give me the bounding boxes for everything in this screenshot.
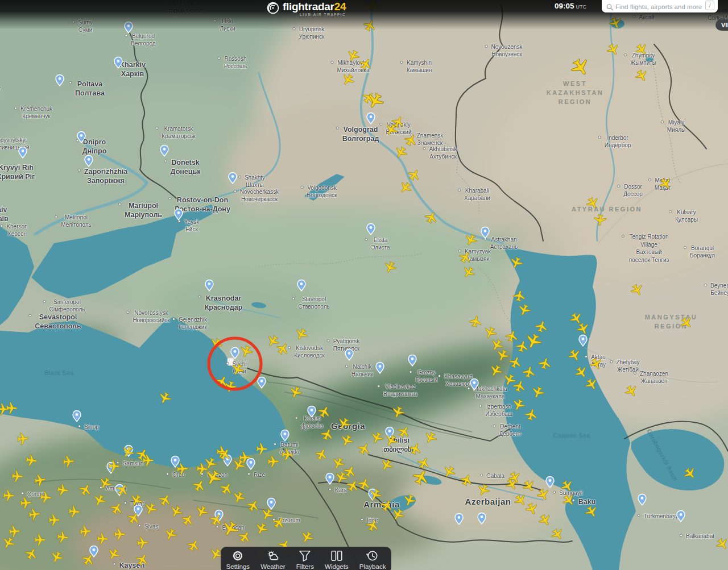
city-dot (617, 185, 620, 188)
map-label: BelgorodБелгород (131, 32, 155, 47)
city-dot (485, 45, 487, 48)
map-label: DniproДніпро (82, 138, 107, 156)
map-label: Rize (254, 471, 265, 479)
map-label: Türkmenbaşy (644, 513, 679, 520)
playback-clock-icon (366, 550, 379, 562)
map-label: NovocherkasskНовочеркасск (240, 188, 279, 203)
map-label: KharkivХарків (119, 60, 146, 79)
map-label: KislovodskКисловодск (294, 344, 325, 359)
map-label: VolzhskiyВолжский (386, 121, 411, 136)
widgets-icon (330, 550, 343, 562)
city-dot (610, 360, 613, 363)
map-label: AstrakhanАстрахань (490, 236, 518, 251)
city-dot (168, 197, 171, 200)
city-dot (238, 176, 241, 178)
city-dot (178, 220, 181, 223)
map-label: ZaporizhzhiaЗапоріжжя (84, 167, 127, 186)
map-label: KremenchukКременчук (20, 105, 52, 120)
filters-button[interactable]: Filters (296, 550, 314, 570)
city-dot (458, 249, 461, 252)
map-label: Çorum (27, 490, 44, 498)
weather-icon (267, 550, 279, 562)
city-dot (458, 189, 461, 192)
search-input[interactable] (613, 3, 705, 11)
map-label: Kayseri (119, 561, 144, 570)
map-label: Tokat (130, 500, 144, 507)
city-dot (377, 385, 380, 388)
city-dot (234, 190, 237, 193)
city-dot (622, 235, 624, 238)
search-bar[interactable]: / (602, 0, 718, 13)
map-label: AkhtubinskАхтубинск (429, 145, 457, 160)
city-dot (113, 62, 116, 65)
city-dot (226, 362, 229, 365)
map-label: ZhetybayЖетібай (616, 359, 639, 373)
city-dot (361, 518, 363, 521)
map-label: KhersonХерсон (6, 223, 27, 238)
map-label: SimferopolСімферополь (49, 298, 85, 313)
map-label: Baku (578, 497, 596, 506)
map-label: ATYRAU REGION (570, 205, 644, 214)
map-label: VladikavkazВладикавказ (383, 383, 417, 398)
city-dot (479, 405, 482, 407)
city-dot (28, 314, 31, 317)
weather-button[interactable]: Weather (260, 550, 285, 570)
city-dot (684, 246, 686, 249)
city-dot (553, 491, 556, 494)
city-dot (634, 372, 636, 375)
city-dot (247, 473, 250, 476)
city-dot (118, 203, 121, 206)
map-label: KharabaliХарабали (464, 187, 490, 202)
map-labels-layer: SumyСумиStary OskolСтарый ОсколLiskiЛиск… (0, 0, 728, 570)
map-label: Kryvyi RihКривий Ріг (0, 163, 35, 182)
map-label: Samsun (123, 460, 144, 467)
city-dot (201, 473, 204, 476)
city-dot (598, 136, 601, 139)
map-label: DerbentДербент (499, 423, 521, 438)
city-dot (680, 534, 682, 537)
city-dot (0, 224, 3, 227)
city-dot (69, 81, 72, 84)
map-label: WEST KAZAKHSTAN REGION (538, 80, 612, 107)
playback-button[interactable]: Playback (359, 550, 386, 570)
map-label: MANGYSTAU REGION (634, 313, 708, 331)
city-dot (78, 425, 81, 428)
city-dot (78, 169, 81, 172)
map-label: Georgia (331, 421, 365, 432)
city-dot (329, 488, 332, 491)
widgets-button[interactable]: Widgets (325, 550, 349, 570)
city-dot (480, 474, 483, 477)
map-label: KulsaryҚұлсары (675, 209, 698, 223)
city-dot (100, 486, 102, 489)
map-label: Batumiბათუმი (280, 441, 299, 456)
map-label: Erzincan (222, 524, 245, 531)
city-dot (331, 61, 334, 64)
city-dot (327, 339, 330, 342)
map-label: MelitopolМелітополь (61, 214, 92, 228)
map-label: MakhachkalaМахачкала (474, 385, 507, 400)
city-dot (55, 215, 57, 218)
map-viewport[interactable]: SumyСумиStary OskolСтарый ОсколLiskiЛиск… (0, 0, 728, 570)
shortcut-key-badge: / (705, 1, 714, 10)
flightradar24-logo[interactable]: flightradar24 LIVE AIR TRAFFIC (266, 1, 346, 16)
map-label: MikhaylovkaМихайловка (337, 59, 370, 74)
map-label: Gabala (486, 472, 504, 480)
flight-tag-button[interactable]: VIE (715, 19, 728, 31)
city-dot (365, 238, 367, 241)
city-dot (166, 473, 169, 476)
logo-wordmark: flightradar24 (283, 1, 346, 13)
city-dot (438, 375, 441, 377)
map-label: MakatМақат (655, 177, 671, 192)
city-dot (493, 425, 495, 427)
map-label: Iğdır (367, 517, 378, 524)
map-label: ZnamenskЗнаменск (417, 132, 444, 147)
map-label: Balkanabat (686, 532, 714, 540)
map-label: KramatorskКраматорськ (162, 125, 195, 140)
map-label: SochiСочи (232, 360, 246, 375)
map-label: AktauАқтау (591, 353, 606, 368)
map-label: Black Sea (45, 369, 74, 377)
city-dot (411, 134, 413, 136)
settings-button[interactable]: Settings (226, 550, 250, 570)
map-label: Garabogazköl Basin (645, 428, 679, 482)
city-dot (400, 61, 403, 64)
